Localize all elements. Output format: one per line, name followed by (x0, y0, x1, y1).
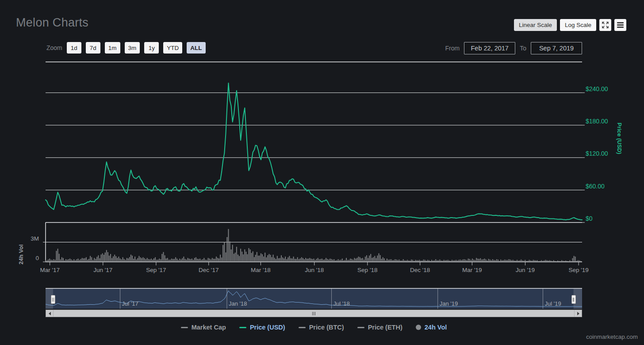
price-tick-0: $0 (586, 215, 593, 222)
fullscreen-button[interactable] (599, 19, 611, 31)
chart-menu-button[interactable] (614, 19, 626, 31)
navigator-tick: Jul '18 (334, 300, 350, 307)
to-date-input[interactable] (531, 42, 582, 54)
chart-legend: Market Cap Price (USD) Price (BTC) Price… (46, 324, 582, 331)
price-axis-title: Price (USD) (616, 123, 623, 154)
navigator-right-handle[interactable] (571, 295, 576, 304)
chart-scrollbar[interactable] (46, 310, 582, 317)
date-range-group: From To (445, 42, 582, 54)
to-label: To (520, 45, 526, 52)
volume-tick-3m: 3M (25, 236, 39, 242)
price-tick-120: $120.00 (586, 150, 608, 157)
dash-marker-icon (357, 327, 364, 328)
zoom-label: Zoom (46, 44, 62, 51)
x-tick: Jun '18 (305, 267, 324, 273)
legend-item-price-btc[interactable]: Price (BTC) (299, 324, 344, 331)
x-tick: Sep '17 (146, 267, 166, 273)
x-tick: Sep '18 (357, 267, 377, 273)
x-tick: Mar '17 (40, 267, 60, 273)
legend-item-price-usd[interactable]: Price (USD) (239, 324, 285, 331)
zoom-all-button[interactable]: ALL (187, 42, 205, 54)
x-tick: Dec '17 (199, 267, 218, 273)
navigator-tick: Jul '17 (122, 300, 138, 307)
watermark: coinmarketcap.com (586, 334, 638, 340)
volume-tick-0: 0 (25, 255, 39, 261)
scrollbar-thumb[interactable] (53, 310, 575, 317)
dash-marker-icon (181, 327, 188, 328)
price-tick-60: $60.00 (586, 183, 605, 190)
dash-marker-icon (299, 327, 306, 328)
log-scale-button[interactable]: Log Scale (560, 19, 596, 31)
linear-scale-button[interactable]: Linear Scale (514, 19, 557, 31)
x-tick: Jun '19 (516, 267, 535, 273)
dash-marker-icon (239, 327, 246, 328)
price-tick-180: $180.00 (586, 118, 608, 125)
zoom-ytd-button[interactable]: YTD (163, 42, 182, 54)
volume-axis-title: 24h Vol (18, 245, 24, 264)
x-tick: Jun '17 (93, 267, 112, 273)
zoom-1y-button[interactable]: 1y (144, 42, 159, 54)
x-tick: Mar '18 (251, 267, 271, 273)
zoom-preset-group: Zoom 1d 7d 1m 3m 1y YTD ALL (46, 42, 206, 54)
hamburger-menu-icon (617, 22, 624, 28)
navigator-tick: Jan '19 (440, 300, 458, 307)
x-tick: Mar '19 (462, 267, 482, 273)
from-date-input[interactable] (464, 42, 515, 54)
scrollbar-right-arrow-icon[interactable] (575, 310, 582, 317)
x-tick: Sep '19 (568, 267, 588, 273)
zoom-7d-button[interactable]: 7d (86, 42, 100, 54)
navigator-tick: Jul '19 (544, 300, 561, 307)
navigator-left-handle[interactable] (51, 295, 55, 304)
legend-item-price-eth[interactable]: Price (ETH) (357, 324, 402, 331)
x-tick: Dec '18 (410, 267, 430, 273)
from-label: From (445, 45, 460, 52)
price-tick-240: $240.00 (586, 86, 608, 92)
zoom-3m-button[interactable]: 3m (125, 42, 140, 54)
zoom-1d-button[interactable]: 1d (67, 42, 81, 54)
page-title: Melon Charts (16, 16, 88, 30)
expand-arrows-icon (602, 21, 609, 29)
circle-marker-icon (416, 325, 421, 330)
zoom-1m-button[interactable]: 1m (105, 42, 120, 54)
navigator-tick: Jan '18 (229, 300, 247, 307)
scale-toggle-group: Linear Scale Log Scale (514, 19, 626, 31)
scrollbar-left-arrow-icon[interactable] (46, 310, 53, 317)
legend-item-market-cap[interactable]: Market Cap (181, 324, 226, 331)
legend-item-24h-vol[interactable]: 24h Vol (416, 324, 447, 331)
